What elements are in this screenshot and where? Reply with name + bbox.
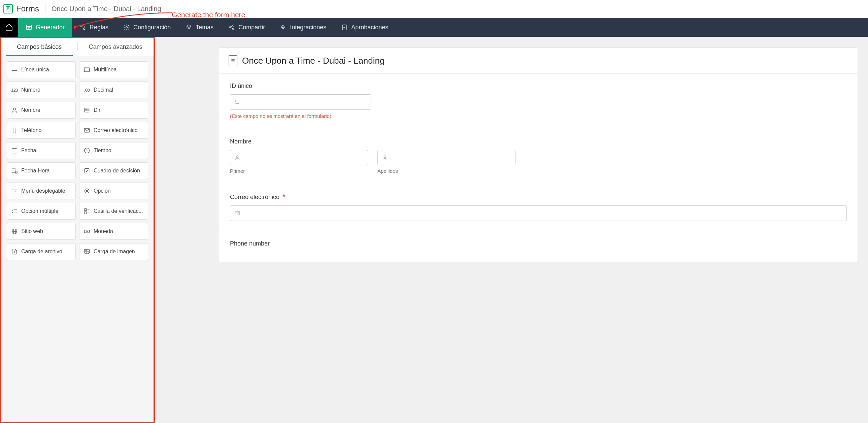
single-line-icon bbox=[11, 66, 18, 73]
svg-point-54 bbox=[86, 250, 87, 251]
field-item-label: Carga de imagen bbox=[94, 248, 135, 254]
email-input[interactable] bbox=[230, 206, 847, 221]
navbar: Generador Reglas Configuración Temas Com… bbox=[0, 18, 868, 37]
nav-generador[interactable]: Generador bbox=[18, 18, 72, 37]
field-item-clock[interactable]: Tiempo bbox=[79, 142, 148, 159]
nav-label: Configuración bbox=[133, 24, 171, 31]
field-item-decision[interactable]: Cuadro de decisión bbox=[79, 162, 148, 179]
field-item-currency[interactable]: Moneda bbox=[79, 223, 148, 240]
nav-home-button[interactable] bbox=[0, 18, 18, 37]
list-icon: 12 bbox=[234, 99, 240, 105]
field-item-number-123[interactable]: 123Número bbox=[7, 82, 76, 98]
person-icon bbox=[11, 107, 18, 114]
settings-icon bbox=[123, 24, 130, 31]
svg-point-13 bbox=[232, 28, 234, 30]
last-name-input[interactable] bbox=[377, 150, 516, 165]
field-item-label: Opción múltiple bbox=[21, 208, 58, 214]
field-item-label: Correo electrónico bbox=[94, 127, 138, 133]
nav-temas[interactable]: Temas bbox=[178, 18, 221, 37]
svg-point-10 bbox=[126, 27, 128, 28]
field-item-multi-line[interactable]: Multilínea bbox=[79, 61, 148, 78]
unique-id-input[interactable]: 12 bbox=[230, 94, 371, 110]
email-label-text: Correo electrónico bbox=[230, 194, 279, 201]
decision-icon bbox=[84, 168, 90, 174]
mail-icon bbox=[84, 127, 90, 134]
currency-icon bbox=[84, 228, 90, 235]
field-item-label: Multilínea bbox=[94, 67, 117, 73]
nav-aprobaciones[interactable]: Aprobaciones bbox=[334, 18, 396, 37]
svg-rect-29 bbox=[85, 128, 90, 132]
nav-label: Temas bbox=[196, 24, 214, 31]
person-icon bbox=[382, 155, 388, 161]
nav-reglas[interactable]: Reglas bbox=[72, 18, 116, 37]
first-name-input[interactable] bbox=[230, 150, 368, 165]
field-item-dropdown[interactable]: Menú desplegable bbox=[7, 183, 76, 200]
field-item-person[interactable]: Nombre bbox=[7, 102, 76, 119]
mail-icon bbox=[234, 210, 240, 216]
field-item-label: Fecha-Hora bbox=[21, 168, 50, 174]
panel-header: Once Upon a Time - Dubai - Landing bbox=[219, 48, 858, 74]
svg-point-8 bbox=[81, 25, 82, 27]
tab-basic-fields[interactable]: Campos básicos bbox=[1, 38, 78, 56]
dropdown-icon bbox=[11, 188, 18, 194]
panel-title: Once Upon a Time - Dubai - Landing bbox=[242, 56, 384, 66]
field-item-datetime[interactable]: Fecha-Hora bbox=[7, 162, 76, 179]
person-icon bbox=[234, 155, 240, 161]
svg-point-52 bbox=[86, 231, 88, 232]
field-item-phone[interactable]: Teléfono bbox=[7, 122, 76, 139]
web-icon bbox=[11, 228, 18, 235]
svg-text:1: 1 bbox=[235, 100, 236, 102]
svg-point-9 bbox=[84, 28, 85, 30]
tab-advanced-fields[interactable]: Campos avanzados bbox=[78, 38, 154, 56]
svg-point-41 bbox=[86, 190, 88, 192]
field-item-label: Teléfono bbox=[21, 127, 42, 133]
address-icon bbox=[84, 107, 90, 114]
field-item-label: Fecha bbox=[21, 148, 36, 154]
field-item-label: Decimal bbox=[94, 87, 113, 93]
field-item-checkbox[interactable]: Casilla de verificac... bbox=[79, 203, 148, 219]
field-item-label: Nombre bbox=[21, 107, 40, 113]
field-item-web[interactable]: Sitio web bbox=[7, 223, 76, 240]
nav-configuracion[interactable]: Configuración bbox=[116, 18, 178, 37]
field-item-date[interactable]: Fecha bbox=[7, 142, 76, 159]
svg-rect-35 bbox=[12, 169, 16, 173]
field-item-file-upload[interactable]: Carga de archivo bbox=[7, 243, 76, 260]
section-phone[interactable]: Phone number bbox=[219, 231, 858, 262]
nav-integraciones[interactable]: Integraciones bbox=[272, 18, 334, 37]
field-item-single-line[interactable]: Línea única bbox=[7, 61, 76, 78]
field-item-mail[interactable]: Correo electrónico bbox=[79, 122, 148, 139]
radio-icon bbox=[84, 188, 90, 194]
field-item-label: Línea única bbox=[21, 67, 49, 73]
nav-label: Reglas bbox=[90, 24, 108, 31]
topbar: Forms Once Upon a Time - Dubai - Landing bbox=[0, 0, 868, 18]
field-item-image-upload[interactable]: Carga de imagen bbox=[79, 243, 148, 260]
file-upload-icon bbox=[11, 248, 18, 255]
field-item-multi-select[interactable]: Opción múltiple bbox=[7, 203, 76, 219]
section-unique-id[interactable]: ID único 12 (Este campo no se mostrará e… bbox=[219, 74, 858, 129]
app-name: Forms bbox=[16, 4, 39, 13]
section-email[interactable]: Correo electrónico * bbox=[219, 184, 858, 231]
svg-point-22 bbox=[13, 108, 16, 110]
svg-line-14 bbox=[230, 26, 233, 27]
section-label: ID único bbox=[230, 83, 847, 90]
decimal-icon: .00 bbox=[84, 87, 90, 93]
field-item-decimal[interactable]: .00Decimal bbox=[79, 82, 148, 98]
last-sublabel: Apellidos bbox=[377, 168, 516, 174]
nav-compartir[interactable]: Compartir bbox=[221, 18, 272, 37]
field-item-address[interactable]: Dir bbox=[79, 102, 148, 119]
field-item-radio[interactable]: Opción bbox=[79, 183, 148, 200]
section-name[interactable]: Nombre Primer Apellidos bbox=[219, 129, 858, 184]
svg-line-15 bbox=[230, 28, 233, 29]
svg-rect-51 bbox=[85, 230, 90, 233]
section-label: Correo electrónico * bbox=[230, 193, 847, 201]
divider bbox=[45, 4, 45, 13]
clock-icon bbox=[84, 147, 90, 154]
first-sublabel: Primer bbox=[230, 168, 368, 174]
field-grid: Línea únicaMultilínea123Número.00Decimal… bbox=[1, 56, 154, 265]
rules-icon bbox=[80, 24, 86, 31]
app-logo-icon bbox=[3, 4, 13, 13]
nav-label: Aprobaciones bbox=[351, 24, 388, 31]
date-icon bbox=[11, 147, 18, 154]
svg-rect-30 bbox=[12, 149, 17, 153]
app-logo: Forms bbox=[3, 4, 39, 13]
